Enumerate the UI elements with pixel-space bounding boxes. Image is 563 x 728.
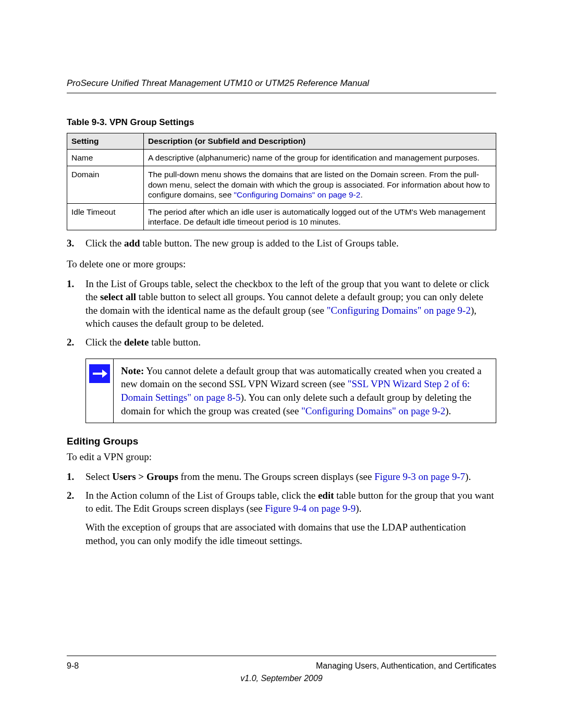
step-number: 2. xyxy=(67,489,74,502)
svg-marker-1 xyxy=(102,369,107,378)
link-configuring-domains[interactable]: "Configuring Domains" on page 9-2 xyxy=(234,190,361,199)
bold-text: edit xyxy=(318,490,334,501)
text: In the Action column of the List of Grou… xyxy=(85,490,318,501)
description-cell: The pull-down menu shows the domains tha… xyxy=(144,166,496,203)
link-figure-9-3[interactable]: Figure 9-3 on page 9-7 xyxy=(374,471,465,482)
setting-cell: Name xyxy=(67,150,144,166)
step-number: 2. xyxy=(67,336,74,349)
version-date: v1.0, September 2009 xyxy=(67,674,496,683)
table-header-description: Description (or Subfield and Description… xyxy=(144,133,496,150)
link-configuring-domains[interactable]: "Configuring Domains" on page 9-2 xyxy=(301,405,445,416)
add-steps-continued: 3. Click the add table button. The new g… xyxy=(67,237,496,250)
page-footer: 9-8 Managing Users, Authentication, and … xyxy=(67,656,496,683)
setting-cell: Idle Timeout xyxy=(67,203,144,230)
bold-text: add xyxy=(124,238,140,249)
table-row: Idle Timeout The period after which an i… xyxy=(67,203,496,230)
bold-text: delete xyxy=(124,337,149,348)
document-page: ProSecure Unified Threat Management UTM1… xyxy=(0,0,563,728)
text: ). xyxy=(465,471,471,482)
setting-cell: Domain xyxy=(67,166,144,203)
chapter-title: Managing Users, Authentication, and Cert… xyxy=(316,661,496,671)
editing-groups-heading: Editing Groups xyxy=(67,436,496,447)
description-cell: A descriptive (alphanumeric) name of the… xyxy=(144,150,496,166)
link-figure-9-4[interactable]: Figure 9-4 on page 9-9 xyxy=(265,503,356,514)
edit-steps: 1. Select Users > Groups from the menu. … xyxy=(67,470,496,515)
bold-text: Users > Groups xyxy=(112,471,178,482)
text: table button. xyxy=(149,337,201,348)
delete-steps: 1. In the List of Groups table, select t… xyxy=(67,277,496,349)
step-number: 1. xyxy=(67,470,74,484)
delete-intro: To delete one or more groups: xyxy=(67,257,496,271)
table-row: Name A descriptive (alphanumeric) name o… xyxy=(67,150,496,166)
table-header-row: Setting Description (or Subfield and Des… xyxy=(67,133,496,150)
arrow-right-icon xyxy=(89,364,110,383)
edit-intro: To edit a VPN group: xyxy=(67,450,496,464)
table-header-setting: Setting xyxy=(67,133,144,150)
note-icon-cell xyxy=(86,359,114,423)
delete-step-1: 1. In the List of Groups table, select t… xyxy=(67,277,496,331)
text: from the menu. The Groups screen display… xyxy=(178,471,374,482)
step-number: 1. xyxy=(67,277,74,291)
link-configuring-domains[interactable]: "Configuring Domains" on page 9-2 xyxy=(327,305,471,316)
delete-step-2: 2. Click the delete table button. xyxy=(67,336,496,349)
note-label: Note: xyxy=(121,365,144,376)
text: Click the xyxy=(85,337,124,348)
edit-step-1: 1. Select Users > Groups from the menu. … xyxy=(67,470,496,484)
text: Click the xyxy=(85,238,124,249)
note-content: Note: You cannot delete a default group … xyxy=(114,359,496,423)
description-cell: The period after which an idle user is a… xyxy=(144,203,496,230)
text: ). xyxy=(356,503,361,514)
note-box: Note: You cannot delete a default group … xyxy=(85,359,496,424)
bold-text: select all xyxy=(100,291,136,302)
text: ). xyxy=(445,405,451,416)
vpn-group-settings-table: Setting Description (or Subfield and Des… xyxy=(67,133,496,230)
step-number: 3. xyxy=(67,237,74,250)
text: . xyxy=(360,190,362,199)
running-header: ProSecure Unified Threat Management UTM1… xyxy=(67,78,496,93)
edit-step-2: 2. In the Action column of the List of G… xyxy=(67,489,496,515)
table-row: Domain The pull-down menu shows the doma… xyxy=(67,166,496,203)
page-number: 9-8 xyxy=(67,661,79,671)
edit-paragraph: With the exception of groups that are as… xyxy=(67,521,496,547)
step-3: 3. Click the add table button. The new g… xyxy=(67,237,496,250)
text: Select xyxy=(85,471,112,482)
text: table button. The new group is added to … xyxy=(140,238,399,249)
table-caption: Table 9-3. VPN Group Settings xyxy=(67,117,496,128)
